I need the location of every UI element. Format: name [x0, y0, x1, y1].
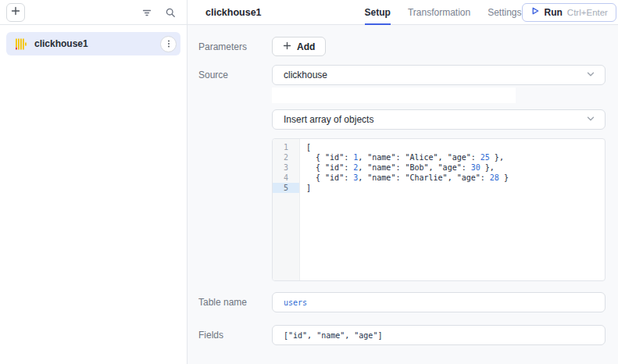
table-name-row: Table name users	[198, 292, 605, 312]
query-sidebar: clickhouse1	[0, 0, 188, 364]
sidebar-toolbar	[0, 0, 187, 25]
tab-transformation[interactable]: Transformation	[408, 0, 470, 25]
source-select[interactable]: clickhouse	[272, 65, 605, 85]
setup-form: Parameters Add Source clickhouse	[188, 25, 618, 364]
query-list-item-clickhouse1[interactable]: clickhouse1	[6, 32, 180, 55]
add-parameter-label: Add	[297, 41, 315, 52]
add-parameter-button[interactable]: Add	[272, 37, 326, 56]
fields-input[interactable]: ["id", "name", "age"]	[272, 325, 605, 345]
insert-mode-select-value: Insert array of objects	[284, 114, 373, 125]
source-subpanel-placeholder	[272, 87, 516, 103]
play-icon	[530, 6, 540, 18]
chevron-down-icon	[586, 68, 595, 82]
tab-settings[interactable]: Settings	[488, 0, 521, 25]
fields-value: ["id", "name", "age"]	[284, 331, 382, 340]
source-select-value: clickhouse	[284, 70, 327, 80]
add-query-button[interactable]	[6, 3, 25, 22]
table-name-label: Table name	[198, 297, 272, 308]
fields-row: Fields ["id", "name", "age"]	[198, 325, 605, 345]
code-editor[interactable]: 12345 [ { "id": 1, "name": "Alice", "age…	[272, 138, 605, 281]
clickhouse-icon	[15, 38, 27, 50]
plus-icon	[283, 41, 291, 52]
query-title: clickhouse1	[205, 7, 262, 18]
run-button[interactable]: Run Ctrl+Enter	[522, 3, 616, 22]
chevron-down-icon	[586, 112, 595, 127]
source-label: Source	[198, 70, 272, 80]
parameters-row: Parameters Add	[198, 37, 605, 56]
sidebar-toolbar-icons	[141, 7, 176, 18]
tab-setup[interactable]: Setup	[365, 0, 391, 25]
editor-code[interactable]: [ { "id": 1, "name": "Alice", "age": 25 …	[300, 139, 605, 280]
source-row: Source clickhouse	[198, 65, 605, 85]
header-actions: Run Ctrl+Enter Preview	[522, 3, 618, 22]
editor-gutter: 12345	[273, 139, 300, 280]
table-name-input[interactable]: users	[272, 292, 605, 312]
query-editor-panel: clickhouse1 Setup Transformation Setting…	[188, 0, 618, 364]
kebab-menu-icon[interactable]	[160, 36, 177, 52]
parameters-label: Parameters	[198, 41, 272, 52]
source-subpanel-row	[198, 87, 605, 109]
run-button-label: Run	[545, 7, 563, 18]
table-name-value: users	[284, 298, 307, 307]
editor-tabs: Setup Transformation Settings	[365, 0, 522, 25]
query-item-label: clickhouse1	[34, 38, 88, 49]
filter-icon[interactable]	[141, 7, 152, 18]
query-editor-header: clickhouse1 Setup Transformation Setting…	[188, 0, 618, 25]
search-icon[interactable]	[165, 7, 176, 18]
insert-mode-select[interactable]: Insert array of objects	[272, 109, 605, 130]
editor-row: 12345 [ { "id": 1, "name": "Alice", "age…	[198, 138, 605, 281]
query-list: clickhouse1	[0, 25, 187, 62]
run-shortcut-hint: Ctrl+Enter	[567, 8, 608, 17]
app-window: clickhouse1 clickhouse1 Setup Transforma…	[0, 0, 618, 364]
insert-mode-row: Insert array of objects	[198, 109, 605, 130]
fields-label: Fields	[198, 330, 272, 341]
plus-icon	[10, 5, 21, 19]
